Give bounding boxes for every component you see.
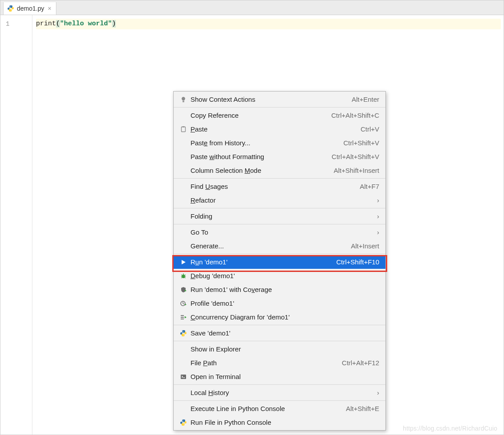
menu-item[interactable]: PasteCtrl+V [174,122,385,136]
menu-item[interactable]: Profile 'demo1' [174,296,385,310]
menu-item[interactable]: Execute Line in Python ConsoleAlt+Shift+… [174,402,385,415]
svg-point-24 [184,424,184,425]
debug-icon [178,272,189,279]
token-open-paren: ( [56,20,60,28]
menu-item[interactable]: Show Context ActionsAlt+Enter [174,92,385,106]
menu-item-shortcut: Ctrl+V [361,125,379,133]
menu-item-label: Execute Line in Python Console [189,405,346,412]
concurrency-icon [178,314,189,321]
line-number: 1 [0,19,32,29]
menu-item-label: Run File in Python Console [189,419,379,426]
menu-item-label: Refactor [189,196,373,204]
menu-item-shortcut: Alt+Enter [352,96,379,103]
menu-item-label: Go To [189,228,373,236]
menu-item-shortcut: Ctrl+Alt+Shift+C [331,112,379,119]
menu-item-shortcut: Ctrl+Alt+Shift+V [332,153,379,160]
menu-item[interactable]: Generate...Alt+Insert [174,239,385,253]
menu-item-shortcut: Alt+F7 [360,183,379,190]
menu-item-label: Local History [189,389,373,396]
context-menu: Show Context ActionsAlt+EnterCopy Refere… [173,91,386,431]
menu-item-label: Paste from History... [189,139,343,147]
lightbulb-icon [178,96,189,103]
submenu-arrow-icon: › [373,389,379,396]
menu-item-label: Open in Terminal [189,373,379,380]
menu-item[interactable]: Save 'demo1' [174,326,385,340]
python-file-icon [7,5,14,12]
menu-item[interactable]: Open in Terminal [174,370,385,383]
menu-item-label: Folding [189,212,373,220]
terminal-icon [178,373,189,380]
svg-point-1 [11,11,12,11]
menu-item-shortcut: Alt+Insert [351,242,379,250]
menu-item-label: Run 'demo1' [189,258,336,266]
svg-line-15 [183,303,184,304]
menu-item-label: File Path [189,359,342,367]
menu-item[interactable]: Find UsagesAlt+F7 [174,180,385,193]
menu-item-shortcut: Ctrl+Shift+V [343,139,379,147]
menu-item[interactable]: Run 'demo1'Ctrl+Shift+F10 [174,255,385,269]
menu-item-label: Profile 'demo1' [189,299,379,307]
submenu-arrow-icon: › [373,228,379,236]
editor-tabbar: demo1.py × [0,0,504,15]
svg-rect-3 [182,127,186,132]
svg-line-9 [185,275,186,275]
menu-item-label: Paste [189,125,361,133]
svg-line-8 [181,275,182,275]
tab-close-icon[interactable]: × [47,5,52,12]
menu-item[interactable]: Refactor› [174,193,385,207]
menu-item-label: Concurrency Diagram for 'demo1' [189,313,379,321]
svg-point-23 [182,419,183,420]
menu-item-label: Run 'demo1' with Coverage [189,286,379,293]
menu-item[interactable]: Run File in Python Console [174,415,385,429]
code-line-1[interactable]: print("hello world") [36,19,501,29]
menu-item-shortcut: Ctrl+Alt+F12 [342,359,379,367]
token-string: "hello world" [60,20,112,28]
menu-item[interactable]: Debug 'demo1' [174,269,385,283]
menu-item-label: Paste without Formatting [189,153,332,160]
menu-item[interactable]: Copy ReferenceCtrl+Alt+Shift+C [174,108,385,122]
menu-item-label: Column Selection Mode [189,167,333,174]
menu-item-shortcut: Ctrl+Shift+F10 [336,258,379,266]
python-icon [178,419,189,426]
line-gutter: 1 [0,15,32,435]
menu-item-label: Copy Reference [189,112,331,119]
menu-item[interactable]: Go To› [174,225,385,239]
menu-item[interactable]: Paste from History...Ctrl+Shift+V [174,136,385,150]
svg-line-10 [181,277,182,278]
svg-point-20 [184,335,184,335]
submenu-arrow-icon: › [373,212,379,220]
menu-item[interactable]: Local History› [174,386,385,399]
tab-filename: demo1.py [17,5,44,12]
menu-item-label: Save 'demo1' [189,329,379,337]
menu-item[interactable]: Show in Explorer [174,342,385,356]
menu-item[interactable]: File PathCtrl+Alt+F12 [174,356,385,370]
menu-item-label: Debug 'demo1' [189,272,379,279]
menu-item[interactable]: Run 'demo1' with Coverage [174,283,385,296]
svg-rect-2 [183,101,184,102]
menu-item-label: Show in Explorer [189,345,379,353]
paste-icon [178,126,189,133]
svg-rect-4 [183,126,185,127]
run-icon [178,259,189,265]
python-icon [178,330,189,337]
menu-item-shortcut: Alt+Shift+E [346,405,379,412]
menu-item[interactable]: Column Selection ModeAlt+Shift+Insert [174,164,385,177]
coverage-icon [178,286,189,293]
svg-point-0 [9,6,10,6]
menu-item[interactable]: Concurrency Diagram for 'demo1' [174,310,385,324]
file-tab[interactable]: demo1.py × [3,2,56,15]
token-fn: print [36,20,56,28]
svg-point-19 [182,330,183,331]
menu-item-label: Find Usages [189,183,360,190]
svg-line-11 [185,277,186,278]
menu-item-label: Show Context Actions [189,96,352,103]
token-close-paren: ) [112,20,116,28]
menu-item-label: Generate... [189,242,351,250]
profile-icon [178,300,189,307]
menu-item-shortcut: Alt+Shift+Insert [333,167,379,174]
menu-item[interactable]: Paste without FormattingCtrl+Alt+Shift+V [174,150,385,164]
submenu-arrow-icon: › [373,196,379,204]
menu-item[interactable]: Folding› [174,209,385,223]
svg-rect-21 [181,375,186,379]
